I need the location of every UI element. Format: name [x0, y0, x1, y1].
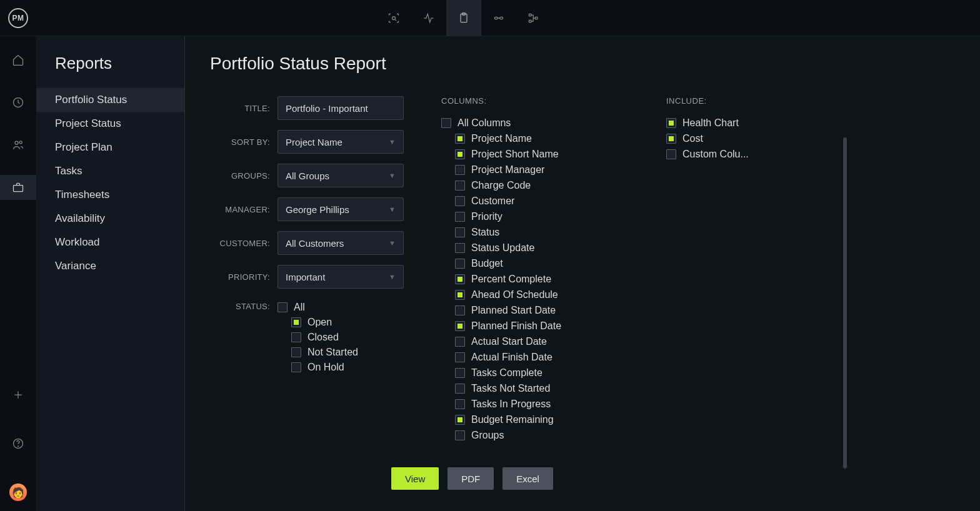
- checkbox[interactable]: [455, 415, 465, 425]
- check-label: Project Name: [471, 133, 532, 144]
- checkbox[interactable]: [455, 290, 465, 300]
- checkbox[interactable]: [455, 181, 465, 191]
- report-item-project-status[interactable]: Project Status: [36, 112, 184, 136]
- logo[interactable]: PM: [8, 8, 28, 28]
- hierarchy-icon[interactable]: [516, 0, 551, 36]
- checkbox[interactable]: [455, 384, 465, 394]
- checkbox[interactable]: [278, 302, 288, 312]
- svg-point-10: [19, 141, 22, 144]
- checkbox[interactable]: [455, 337, 465, 347]
- check-label: Tasks Not Started: [471, 383, 550, 394]
- report-item-variance[interactable]: Variance: [36, 254, 184, 278]
- column-planned-finish-date[interactable]: Planned Finish Date: [441, 319, 629, 334]
- clipboard-icon[interactable]: [446, 0, 481, 36]
- report-item-tasks[interactable]: Tasks: [36, 159, 184, 183]
- activity-icon[interactable]: [411, 0, 446, 36]
- column-charge-code[interactable]: Charge Code: [441, 178, 629, 193]
- column-priority[interactable]: Priority: [441, 209, 629, 224]
- checkbox[interactable]: [441, 118, 451, 128]
- sortby-select[interactable]: Project Name▼: [278, 130, 404, 154]
- checkbox[interactable]: [455, 196, 465, 206]
- checkbox[interactable]: [455, 430, 465, 440]
- checkbox[interactable]: [291, 332, 301, 342]
- home-icon[interactable]: [0, 47, 36, 72]
- column-budget[interactable]: Budget: [441, 256, 629, 271]
- status-option-all[interactable]: All: [278, 300, 404, 315]
- status-label: STATUS:: [210, 299, 278, 311]
- svg-rect-4: [500, 17, 503, 19]
- status-option-not-started[interactable]: Not Started: [278, 345, 404, 360]
- customer-label: CUSTOMER:: [210, 239, 278, 248]
- report-item-availability[interactable]: Availability: [36, 207, 184, 231]
- pdf-button[interactable]: PDF: [448, 467, 494, 490]
- avatar[interactable]: 🧑: [0, 480, 36, 505]
- checkbox[interactable]: [666, 118, 676, 128]
- column-budget-remaining[interactable]: Budget Remaining: [441, 412, 629, 427]
- checkbox[interactable]: [455, 259, 465, 269]
- include-health-chart[interactable]: Health Chart: [666, 116, 791, 131]
- manager-select[interactable]: George Phillips▼: [278, 197, 404, 221]
- view-button[interactable]: View: [391, 467, 439, 490]
- scrollbar[interactable]: [843, 137, 847, 469]
- column-all-columns[interactable]: All Columns: [441, 116, 629, 131]
- help-icon[interactable]: [0, 431, 36, 456]
- plus-icon[interactable]: [0, 382, 36, 407]
- report-item-portfolio-status[interactable]: Portfolio Status: [36, 88, 184, 112]
- checkbox[interactable]: [455, 352, 465, 362]
- column-customer[interactable]: Customer: [441, 194, 629, 209]
- filters-form: TITLE: Portfolio - Important SORT BY: Pr…: [210, 96, 404, 494]
- include-custom-colu-[interactable]: Custom Colu...: [666, 147, 791, 162]
- groups-select[interactable]: All Groups▼: [278, 164, 404, 187]
- column-ahead-of-schedule[interactable]: Ahead Of Schedule: [441, 287, 629, 302]
- priority-label: PRIORITY:: [210, 272, 278, 282]
- include-cost[interactable]: Cost: [666, 131, 791, 146]
- checkbox[interactable]: [455, 274, 465, 284]
- report-item-timesheets[interactable]: Timesheets: [36, 183, 184, 207]
- checkbox[interactable]: [291, 317, 301, 327]
- checkbox[interactable]: [455, 243, 465, 253]
- checkbox[interactable]: [455, 227, 465, 237]
- checkbox[interactable]: [455, 165, 465, 175]
- users-icon[interactable]: [0, 132, 36, 157]
- column-percent-complete[interactable]: Percent Complete: [441, 272, 629, 287]
- column-project-name[interactable]: Project Name: [441, 131, 629, 146]
- column-tasks-in-progress[interactable]: Tasks In Progress: [441, 397, 629, 412]
- checkbox[interactable]: [455, 305, 465, 315]
- column-planned-start-date[interactable]: Planned Start Date: [441, 303, 629, 318]
- status-option-closed[interactable]: Closed: [278, 330, 404, 345]
- column-actual-finish-date[interactable]: Actual Finish Date: [441, 350, 629, 365]
- checkbox[interactable]: [455, 149, 465, 159]
- report-item-project-plan[interactable]: Project Plan: [36, 136, 184, 159]
- checkbox[interactable]: [455, 321, 465, 331]
- excel-button[interactable]: Excel: [502, 467, 553, 490]
- checkbox[interactable]: [291, 362, 301, 372]
- column-project-manager[interactable]: Project Manager: [441, 162, 629, 177]
- check-label: Project Short Name: [471, 149, 559, 160]
- check-label: Cost: [682, 133, 703, 144]
- checkbox[interactable]: [455, 368, 465, 378]
- column-tasks-not-started[interactable]: Tasks Not Started: [441, 381, 629, 396]
- priority-select[interactable]: Important▼: [278, 265, 404, 289]
- column-tasks-complete[interactable]: Tasks Complete: [441, 365, 629, 380]
- status-option-on-hold[interactable]: On Hold: [278, 360, 404, 375]
- briefcase-icon[interactable]: [0, 175, 36, 200]
- link-icon[interactable]: [481, 0, 516, 36]
- status-option-open[interactable]: Open: [278, 315, 404, 330]
- checkbox[interactable]: [455, 134, 465, 144]
- report-item-workload[interactable]: Workload: [36, 231, 184, 254]
- column-status-update[interactable]: Status Update: [441, 241, 629, 255]
- scan-icon[interactable]: [376, 0, 411, 36]
- checkbox[interactable]: [455, 212, 465, 222]
- clock-icon[interactable]: [0, 90, 36, 115]
- customer-select[interactable]: All Customers▼: [278, 231, 404, 255]
- column-status[interactable]: Status: [441, 225, 629, 240]
- column-actual-start-date[interactable]: Actual Start Date: [441, 334, 629, 349]
- checkbox[interactable]: [666, 134, 676, 144]
- column-project-short-name[interactable]: Project Short Name: [441, 147, 629, 162]
- check-label: Planned Finish Date: [471, 320, 561, 332]
- checkbox[interactable]: [455, 399, 465, 409]
- column-groups[interactable]: Groups: [441, 428, 629, 443]
- checkbox[interactable]: [291, 347, 301, 357]
- title-input[interactable]: Portfolio - Important: [278, 96, 404, 120]
- checkbox[interactable]: [666, 149, 676, 159]
